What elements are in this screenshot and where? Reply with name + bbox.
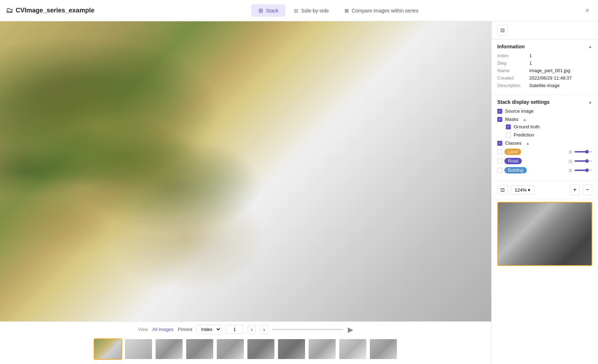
zoom-out-button[interactable]: − bbox=[583, 184, 592, 195]
ground-truth-checkbox[interactable]: ✓ bbox=[506, 124, 511, 129]
class-building-slider[interactable] bbox=[575, 170, 592, 171]
info-created-row: Created 2022/06/29 11:48:37 bbox=[497, 75, 592, 81]
classes-label: Classes bbox=[505, 140, 521, 146]
classes-toggle[interactable]: ▲ bbox=[526, 141, 530, 145]
info-name-value: image_part_001.jpg bbox=[529, 68, 570, 73]
panel-toggle-btn[interactable]: ⊡ bbox=[497, 25, 508, 36]
class-land-badge: Land bbox=[504, 149, 521, 155]
mini-map[interactable] bbox=[497, 202, 592, 266]
compare-tab-label: Compare images within series bbox=[352, 8, 419, 14]
compare-tab-icon: ⊠ bbox=[345, 8, 349, 14]
info-created-value: 2022/06/29 11:48:37 bbox=[529, 75, 572, 81]
class-building-grid-icon: ⊞ bbox=[568, 168, 572, 173]
app-logo: 🗂 CVImage_series_example bbox=[6, 6, 94, 15]
info-name-label: Name bbox=[497, 68, 529, 73]
stack-display-header: Stack display settings ▲ bbox=[497, 99, 592, 105]
bottom-toolbar: View All images Pinned Index ‹ › ▶ bbox=[0, 321, 491, 364]
source-image-checkbox[interactable]: ✓ bbox=[497, 109, 502, 114]
class-building-row: Building ⊞ bbox=[497, 167, 592, 173]
thumb-img-2 bbox=[156, 339, 183, 359]
thumb-img-6 bbox=[278, 339, 305, 359]
class-road-badge: Road bbox=[504, 158, 522, 164]
zoom-dropdown-icon: ▾ bbox=[528, 187, 530, 193]
ground-truth-row: ✓ Ground truth bbox=[497, 124, 592, 129]
mini-map-image bbox=[498, 203, 592, 265]
thumb-img-7 bbox=[309, 339, 336, 359]
thumb-img-4 bbox=[217, 339, 244, 359]
masks-section-header: ✓ Masks ▲ bbox=[497, 117, 592, 122]
source-image-label: Source image bbox=[505, 108, 534, 114]
logo-icon: 🗂 bbox=[6, 6, 13, 15]
zoom-level-display[interactable]: 124% ▾ bbox=[511, 185, 534, 195]
ground-truth-label: Ground truth bbox=[514, 124, 540, 129]
index-input[interactable] bbox=[226, 325, 243, 334]
sidebyside-tab-label: Side-by-side bbox=[301, 8, 329, 14]
class-road-slider[interactable] bbox=[575, 160, 592, 162]
pinned-option[interactable]: Pinned bbox=[178, 327, 192, 332]
masks-label: Masks bbox=[505, 117, 519, 122]
info-description-row: Description Satellite image bbox=[497, 83, 592, 88]
progress-bar[interactable] bbox=[272, 329, 343, 330]
class-road-row: Road ⊞ bbox=[497, 158, 592, 164]
thumb-img-5 bbox=[247, 339, 274, 359]
info-step-value: 1 bbox=[529, 60, 532, 66]
thumbnail-9[interactable] bbox=[369, 338, 398, 360]
zoom-level-value: 124% bbox=[515, 187, 526, 193]
thumbnail-4[interactable] bbox=[216, 338, 245, 360]
thumb-img-1 bbox=[125, 339, 152, 359]
thumbnail-2[interactable] bbox=[155, 338, 183, 360]
classes-section-header: ✓ Classes ▲ bbox=[497, 140, 592, 146]
class-building-badge: Building bbox=[504, 167, 527, 173]
masks-toggle[interactable]: ▲ bbox=[523, 117, 527, 122]
tab-sidebyside[interactable]: ⊟ Side-by-side bbox=[287, 4, 336, 17]
right-panel: ⊡ Information ▲ Index 1 Step 1 Name imag… bbox=[491, 21, 598, 364]
thumbnail-7[interactable] bbox=[308, 338, 336, 360]
thumbnail-6[interactable] bbox=[277, 338, 306, 360]
thumbnail-5[interactable] bbox=[247, 338, 275, 360]
prediction-label: Prediction bbox=[514, 132, 534, 138]
tab-compare[interactable]: ⊠ Compare images within series bbox=[337, 4, 426, 17]
playback-controls: View All images Pinned Index ‹ › ▶ bbox=[6, 325, 486, 334]
thumbnail-3[interactable] bbox=[185, 338, 214, 360]
thumb-img-9 bbox=[370, 339, 397, 359]
header: 🗂 CVImage_series_example ⊞ Stack ⊟ Side-… bbox=[0, 0, 598, 21]
prediction-row: Prediction bbox=[497, 132, 592, 138]
stack-display-toggle[interactable]: ▲ bbox=[588, 100, 592, 105]
satellite-image bbox=[0, 21, 491, 321]
masks-checkbox[interactable]: ✓ bbox=[497, 117, 502, 122]
image-viewer[interactable] bbox=[0, 21, 491, 321]
progress-bar-container bbox=[272, 329, 343, 330]
tab-stack[interactable]: ⊞ Stack bbox=[251, 4, 285, 17]
thumbnail-8[interactable] bbox=[339, 338, 367, 360]
thumbnail-1[interactable] bbox=[124, 338, 153, 360]
play-button[interactable]: ▶ bbox=[348, 325, 353, 334]
zoom-section: ⊡ 124% ▾ + − bbox=[492, 181, 598, 199]
canvas-area: View All images Pinned Index ‹ › ▶ bbox=[0, 21, 491, 364]
info-index-label: Index bbox=[497, 53, 529, 58]
info-index-row: Index 1 bbox=[497, 53, 592, 58]
class-road-grid-icon: ⊞ bbox=[568, 159, 572, 164]
next-button[interactable]: › bbox=[260, 325, 268, 334]
stack-tab-label: Stack bbox=[266, 8, 278, 14]
class-land-slider[interactable] bbox=[575, 151, 592, 152]
thumb-img-0 bbox=[94, 339, 121, 359]
all-images-option[interactable]: All images bbox=[152, 327, 174, 332]
class-land-checkbox[interactable] bbox=[497, 149, 502, 154]
class-road-checkbox[interactable] bbox=[497, 159, 502, 164]
panel-top-icons: ⊡ bbox=[492, 21, 598, 39]
info-created-label: Created bbox=[497, 75, 529, 81]
information-toggle[interactable]: ▲ bbox=[588, 44, 592, 49]
information-section: Information ▲ Index 1 Step 1 Name image_… bbox=[492, 39, 598, 95]
prev-button[interactable]: ‹ bbox=[248, 325, 256, 334]
close-button[interactable]: × bbox=[582, 4, 592, 17]
prediction-checkbox[interactable] bbox=[506, 133, 511, 138]
thumb-img-3 bbox=[186, 339, 213, 359]
thumbnail-0[interactable] bbox=[94, 338, 122, 360]
sidebyside-tab-icon: ⊟ bbox=[294, 8, 298, 14]
zoom-in-button[interactable]: + bbox=[570, 184, 579, 195]
index-select[interactable]: Index bbox=[196, 325, 221, 334]
class-building-checkbox[interactable] bbox=[497, 168, 502, 173]
zoom-fit-button[interactable]: ⊡ bbox=[497, 185, 508, 195]
stack-tab-icon: ⊞ bbox=[258, 7, 263, 14]
classes-checkbox[interactable]: ✓ bbox=[497, 141, 502, 146]
